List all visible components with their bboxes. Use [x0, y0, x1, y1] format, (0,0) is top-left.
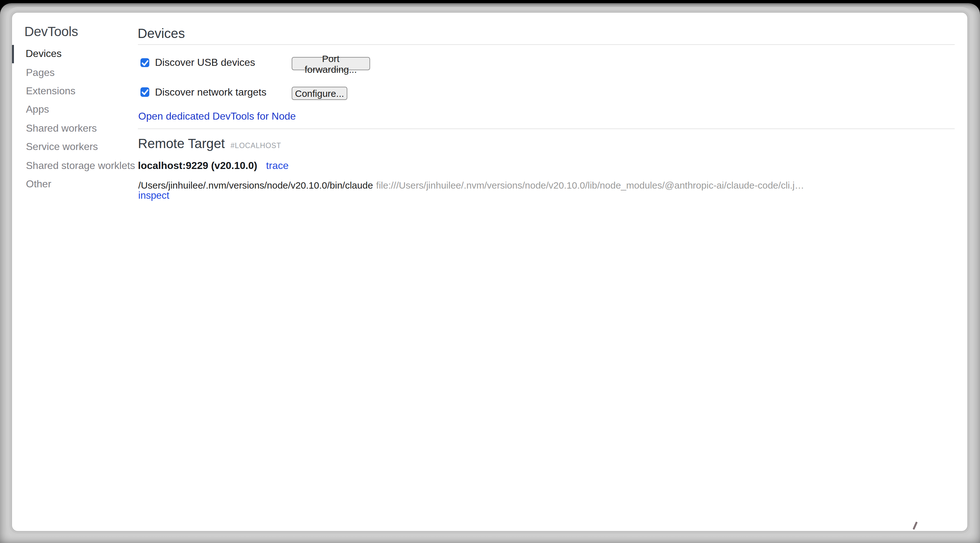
divider — [138, 44, 955, 45]
app-title: DevTools — [24, 24, 78, 40]
discover-network-checkbox[interactable] — [140, 88, 149, 97]
sidebar-item-extensions[interactable]: Extensions — [12, 82, 145, 100]
discover-usb-label[interactable]: Discover USB devices — [155, 57, 255, 68]
sidebar-nav: Devices Pages Extensions Apps Shared wor… — [12, 45, 145, 193]
inspect-link[interactable]: inspect — [138, 189, 169, 200]
target-detail: /Users/jinhuilee/.nvm/versions/node/v20.… — [138, 180, 804, 200]
target-process-path: /Users/jinhuilee/.nvm/versions/node/v20.… — [138, 180, 373, 191]
check-icon — [140, 58, 149, 67]
sidebar-item-apps[interactable]: Apps — [12, 100, 145, 119]
top-black-strip — [0, 0, 980, 3]
localhost-tag: #LOCALHOST — [231, 142, 281, 150]
resize-grip-artifact — [913, 521, 917, 529]
discover-network-label[interactable]: Discover network targets — [155, 86, 266, 97]
configure-button[interactable]: Configure... — [292, 86, 347, 100]
remote-target-title: Remote Target — [138, 136, 225, 151]
sidebar-item-service-workers[interactable]: Service workers — [12, 138, 145, 156]
devtools-inspect-window: DevTools Devices Pages Extensions Apps S… — [12, 12, 967, 531]
divider — [138, 128, 955, 129]
target-file-url: file:///Users/jinhuilee/.nvm/versions/no… — [376, 180, 804, 191]
open-node-devtools-link[interactable]: Open dedicated DevTools for Node — [138, 110, 296, 121]
check-icon — [140, 88, 149, 97]
target-name: localhost:9229 (v20.10.0) — [138, 160, 257, 171]
sidebar-item-other[interactable]: Other — [12, 175, 145, 193]
screenshot-canvas: DevTools Devices Pages Extensions Apps S… — [0, 0, 980, 543]
target-row: localhost:9229 (v20.10.0)trace — [138, 160, 288, 171]
sidebar-item-devices[interactable]: Devices — [12, 45, 145, 63]
discover-usb-checkbox[interactable] — [140, 58, 149, 67]
sidebar-item-shared-workers[interactable]: Shared workers — [12, 119, 145, 138]
sidebar-item-shared-storage-worklets[interactable]: Shared storage worklets — [12, 156, 145, 175]
remote-target-heading: Remote Target#LOCALHOST — [138, 135, 281, 154]
page-title: Devices — [138, 25, 185, 41]
sidebar-item-pages[interactable]: Pages — [12, 63, 145, 82]
port-forwarding-button[interactable]: Port forwarding... — [292, 57, 370, 70]
trace-link[interactable]: trace — [266, 160, 288, 171]
